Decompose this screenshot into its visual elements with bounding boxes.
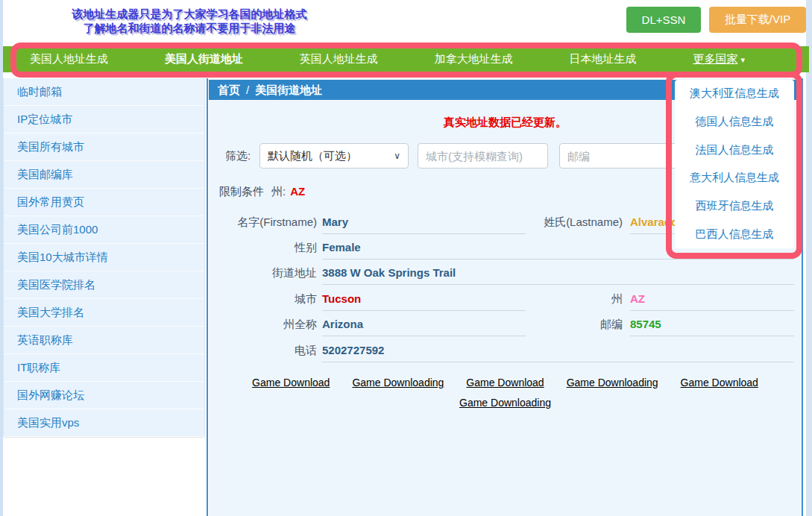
sidebar-item[interactable]: 临时邮箱 (4, 78, 204, 106)
sidebar-item-link[interactable]: IP定位城市 (17, 113, 72, 125)
game-link[interactable]: Game Downloading (352, 377, 444, 388)
sidebar-item-link[interactable]: 美国邮编库 (17, 168, 73, 180)
state-full-value: Arizona (322, 315, 526, 336)
sidebar-item[interactable]: 国外网赚论坛 (4, 382, 204, 409)
disclaimer-line2: 了解地名和街道的名称请不要用于非法用途 (44, 21, 335, 35)
sidebar-list: 临时邮箱 IP定位城市 美国所有城市 美国邮编库 国外常用黄页 美国公司前100… (4, 78, 204, 437)
main-nav: 美国人地址生成 美国人街道地址 英国人地址生成 加拿大地址生成 日本地址生成 更… (3, 46, 809, 72)
game-links-row1: Game DownloadGame DownloadingGame Downlo… (209, 377, 802, 388)
city-label: 城市 (209, 292, 317, 306)
sidebar-item[interactable]: 英语职称库 (4, 327, 204, 354)
dropdown-item[interactable]: 西班牙信息生成 (675, 192, 794, 221)
state-full-label: 州全称 (209, 318, 317, 332)
header: 该地址生成器只是为了大家学习各国的地址格式 了解地名和街道的名称请不要用于非法用… (3, 0, 806, 46)
zip-value: 85745 (630, 315, 794, 336)
sidebar-item-link[interactable]: 美国所有城市 (17, 140, 84, 153)
sidebar-item-link[interactable]: 国外常用黄页 (17, 195, 84, 208)
sidebar-item[interactable]: 美国实用vps (4, 409, 204, 437)
sidebar-item[interactable]: 美国10大城市详情 (4, 244, 204, 271)
sidebar-item-link[interactable]: 美国实用vps (17, 416, 79, 429)
dropdown-item[interactable]: 巴西人信息生成 (675, 220, 794, 248)
constraint-row: 限制条件州:AZ (219, 185, 305, 199)
constraint-value: AZ (290, 185, 305, 198)
breadcrumb-home-link[interactable]: 首页 (218, 84, 240, 96)
firstname-value: Mary (322, 213, 526, 234)
sidebar-item[interactable]: 美国医学院排名 (4, 271, 204, 299)
lastname-label: 姓氏(Lastname) (522, 215, 623, 230)
sidebar-item-link[interactable]: 美国医学院排名 (17, 278, 95, 291)
state-value: AZ (630, 289, 794, 311)
phone-label: 电话 (209, 344, 317, 358)
sidebar-item[interactable]: 美国所有城市 (4, 133, 204, 161)
nav-list: 美国人地址生成 美国人街道地址 英国人地址生成 加拿大地址生成 日本地址生成 更… (3, 46, 809, 72)
nav-item[interactable]: 美国人地址生成 (30, 52, 111, 66)
sidebar-item[interactable]: IT职称库 (4, 354, 204, 382)
sidebar-item-link[interactable]: 临时邮箱 (17, 85, 62, 98)
game-link[interactable]: Game Downloading (567, 377, 658, 388)
game-link[interactable]: Game Download (681, 377, 758, 388)
nav-item[interactable]: 日本地址生成 (570, 52, 640, 66)
dropdown-item[interactable]: 法国人信息生成 (675, 136, 794, 164)
firstname-label: 名字(Firstname) (209, 215, 317, 230)
form-row-city-state: 城市 Tucson 州 AZ (209, 289, 802, 312)
caret-down-icon: ▾ (740, 55, 745, 64)
nav-item[interactable]: 英国人地址生成 (300, 52, 381, 66)
game-link[interactable]: Game Download (466, 377, 544, 388)
street-value: 3888 W Oak Springs Trail (322, 263, 794, 285)
gender-label: 性别 (209, 241, 317, 255)
dropdown-item[interactable]: 澳大利亚信息生成 (675, 80, 794, 108)
breadcrumb-current: 美国街道地址 (255, 84, 322, 96)
sidebar-item[interactable]: 国外常用黄页 (4, 189, 204, 216)
game-link[interactable]: Game Download (252, 377, 330, 388)
dropdown-item[interactable]: 意大利人信息生成 (675, 164, 794, 192)
sidebar-item[interactable]: 美国大学排名 (4, 299, 204, 327)
phone-value: 5202727592 (322, 341, 794, 362)
disclaimer-line1: 该地址生成器只是为了大家学习各国的地址格式 (44, 7, 335, 21)
street-label: 街道地址 (209, 266, 317, 280)
page-edge-right (806, 0, 812, 516)
sidebar-item-link[interactable]: IT职称库 (17, 361, 60, 374)
sidebar-item-link[interactable]: 国外网赚论坛 (17, 388, 84, 401)
form-row-phone: 电话 5202727592 (209, 341, 802, 363)
filter-select-value: 默认随机（可选） (268, 149, 357, 162)
filter-label: 筛选: (225, 149, 251, 163)
city-search-input[interactable] (418, 143, 548, 169)
nav-item[interactable]: 美国人街道地址 (165, 52, 246, 66)
sidebar-item-link[interactable]: 美国大学排名 (17, 306, 84, 318)
nav-item[interactable]: 更多国家▾ (693, 52, 745, 66)
constraint-label: 限制条件 (219, 185, 264, 198)
chevron-down-icon: ∨ (394, 144, 400, 168)
sidebar-item-link[interactable]: 美国10大城市详情 (17, 251, 108, 263)
state-label: 州 (522, 292, 623, 306)
nav-item[interactable]: 加拿大地址生成 (435, 52, 516, 66)
form-row-street: 街道地址 3888 W Oak Springs Trail (209, 263, 802, 286)
dropdown-item[interactable]: 德国人信息生成 (675, 108, 794, 136)
zip-search-input[interactable] (559, 143, 686, 169)
breadcrumb-separator: / (246, 84, 249, 96)
sidebar: 临时邮箱 IP定位城市 美国所有城市 美国邮编库 国外常用黄页 美国公司前100… (3, 78, 205, 438)
more-countries-dropdown: 澳大利亚信息生成德国人信息生成法国人信息生成意大利人信息生成西班牙信息生成巴西人… (675, 80, 794, 248)
sidebar-item-link[interactable]: 美国公司前1000 (17, 223, 98, 236)
sidebar-item[interactable]: IP定位城市 (4, 106, 204, 133)
content-divider (207, 78, 208, 516)
filter-select[interactable]: 默认随机（可选） ∨ (259, 143, 409, 169)
dl-ssn-button[interactable]: DL+SSN (626, 7, 701, 33)
disclaimer-text: 该地址生成器只是为了大家学习各国的地址格式 了解地名和街道的名称请不要用于非法用… (44, 7, 335, 35)
sidebar-item[interactable]: 美国公司前1000 (4, 216, 204, 244)
constraint-field: 州: (271, 185, 286, 198)
form-row-statefull-zip: 州全称 Arizona 邮编 85745 (209, 315, 802, 337)
city-value: Tucson (322, 289, 526, 311)
batch-download-vip-button[interactable]: 批量下载/VIP (709, 7, 806, 33)
game-link[interactable]: Game Downloading (459, 397, 551, 409)
sidebar-item[interactable]: 美国邮编库 (4, 161, 204, 189)
sidebar-item-link[interactable]: 英语职称库 (17, 333, 73, 346)
game-links-row2: Game Downloading (209, 397, 802, 409)
page: 该地址生成器只是为了大家学习各国的地址格式 了解地名和街道的名称请不要用于非法用… (0, 0, 812, 516)
zip-label: 邮编 (522, 318, 623, 332)
